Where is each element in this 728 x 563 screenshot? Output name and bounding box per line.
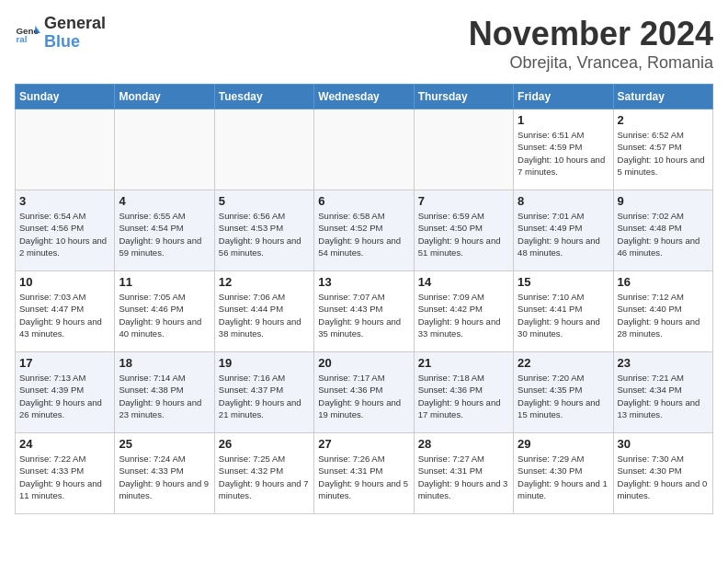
day-info: Sunrise: 7:05 AM Sunset: 4:46 PM Dayligh… [119,291,210,339]
calendar-table: Sunday Monday Tuesday Wednesday Thursday… [15,84,713,514]
day-info: Sunrise: 6:56 AM Sunset: 4:53 PM Dayligh… [219,210,310,259]
day-number: 7 [418,194,509,208]
day-number: 14 [418,275,509,289]
day-info: Sunrise: 7:03 AM Sunset: 4:47 PM Dayligh… [19,291,110,339]
day-number: 25 [119,437,210,451]
day-number: 17 [19,356,110,370]
day-number: 19 [219,356,310,370]
header-row: Sunday Monday Tuesday Wednesday Thursday… [16,85,713,109]
day-number: 28 [418,437,509,451]
calendar-week-row: 1Sunrise: 6:51 AM Sunset: 4:59 PM Daylig… [16,109,713,190]
day-number: 26 [219,437,310,451]
day-number: 10 [19,275,110,289]
calendar-week-row: 17Sunrise: 7:13 AM Sunset: 4:39 PM Dayli… [16,352,713,433]
header: Gene ral General Blue November 2024 Obre… [15,15,713,73]
logo-icon: Gene ral [15,20,40,46]
logo: Gene ral General Blue [15,15,106,52]
day-number: 15 [518,275,609,289]
day-number: 16 [618,275,709,289]
calendar-cell: 19Sunrise: 7:16 AM Sunset: 4:37 PM Dayli… [214,352,313,433]
calendar-cell: 18Sunrise: 7:14 AM Sunset: 4:38 PM Dayli… [115,352,214,433]
day-info: Sunrise: 7:24 AM Sunset: 4:33 PM Dayligh… [119,453,210,501]
calendar-cell: 25Sunrise: 7:24 AM Sunset: 4:33 PM Dayli… [115,433,214,514]
day-number: 6 [318,194,409,208]
calendar-cell: 16Sunrise: 7:12 AM Sunset: 4:40 PM Dayli… [613,271,712,352]
col-monday: Monday [115,85,214,109]
col-sunday: Sunday [16,85,115,109]
calendar-week-row: 24Sunrise: 7:22 AM Sunset: 4:33 PM Dayli… [16,433,713,514]
day-number: 29 [518,437,609,451]
calendar-cell: 24Sunrise: 7:22 AM Sunset: 4:33 PM Dayli… [16,433,115,514]
day-number: 4 [119,194,210,208]
day-number: 12 [219,275,310,289]
calendar-cell [414,109,513,190]
day-info: Sunrise: 7:07 AM Sunset: 4:43 PM Dayligh… [318,291,409,339]
calendar-cell: 23Sunrise: 7:21 AM Sunset: 4:34 PM Dayli… [613,352,712,433]
calendar-cell: 7Sunrise: 6:59 AM Sunset: 4:50 PM Daylig… [414,190,513,271]
day-info: Sunrise: 7:13 AM Sunset: 4:39 PM Dayligh… [19,372,110,420]
calendar-cell: 12Sunrise: 7:06 AM Sunset: 4:44 PM Dayli… [214,271,313,352]
day-number: 22 [518,356,609,370]
calendar-week-row: 10Sunrise: 7:03 AM Sunset: 4:47 PM Dayli… [16,271,713,352]
day-number: 13 [318,275,409,289]
col-thursday: Thursday [414,85,513,109]
day-info: Sunrise: 7:06 AM Sunset: 4:44 PM Dayligh… [219,291,310,339]
day-number: 1 [518,113,609,127]
day-number: 5 [219,194,310,208]
day-info: Sunrise: 6:58 AM Sunset: 4:52 PM Dayligh… [318,210,409,259]
day-info: Sunrise: 6:55 AM Sunset: 4:54 PM Dayligh… [119,210,210,259]
title-area: November 2024 Obrejita, Vrancea, Romania [469,15,713,73]
day-number: 27 [318,437,409,451]
day-info: Sunrise: 7:27 AM Sunset: 4:31 PM Dayligh… [418,453,509,501]
day-info: Sunrise: 7:21 AM Sunset: 4:34 PM Dayligh… [618,372,709,420]
calendar-cell: 21Sunrise: 7:18 AM Sunset: 4:36 PM Dayli… [414,352,513,433]
calendar-cell: 15Sunrise: 7:10 AM Sunset: 4:41 PM Dayli… [514,271,613,352]
day-number: 11 [119,275,210,289]
day-info: Sunrise: 6:52 AM Sunset: 4:57 PM Dayligh… [618,129,709,178]
day-info: Sunrise: 7:22 AM Sunset: 4:33 PM Dayligh… [19,453,110,501]
day-info: Sunrise: 7:01 AM Sunset: 4:49 PM Dayligh… [518,210,609,259]
day-info: Sunrise: 7:10 AM Sunset: 4:41 PM Dayligh… [518,291,609,339]
logo-blue: Blue [44,33,106,52]
calendar-cell: 5Sunrise: 6:56 AM Sunset: 4:53 PM Daylig… [214,190,313,271]
month-title: November 2024 [469,15,713,53]
calendar-cell: 26Sunrise: 7:25 AM Sunset: 4:32 PM Dayli… [214,433,313,514]
day-number: 21 [418,356,509,370]
day-info: Sunrise: 7:29 AM Sunset: 4:30 PM Dayligh… [518,453,609,501]
calendar-cell [16,109,115,190]
calendar-cell: 4Sunrise: 6:55 AM Sunset: 4:54 PM Daylig… [115,190,214,271]
calendar-cell: 1Sunrise: 6:51 AM Sunset: 4:59 PM Daylig… [514,109,613,190]
day-number: 9 [618,194,709,208]
col-friday: Friday [514,85,613,109]
logo-general: General [44,15,106,33]
calendar-cell: 3Sunrise: 6:54 AM Sunset: 4:56 PM Daylig… [16,190,115,271]
day-info: Sunrise: 7:30 AM Sunset: 4:30 PM Dayligh… [618,453,709,501]
calendar-cell [214,109,313,190]
calendar-cell: 27Sunrise: 7:26 AM Sunset: 4:31 PM Dayli… [314,433,414,514]
day-number: 30 [618,437,709,451]
location-title: Obrejita, Vrancea, Romania [469,53,713,73]
col-tuesday: Tuesday [214,85,313,109]
calendar-cell: 14Sunrise: 7:09 AM Sunset: 4:42 PM Dayli… [414,271,513,352]
day-info: Sunrise: 7:17 AM Sunset: 4:36 PM Dayligh… [318,372,409,420]
calendar-cell: 10Sunrise: 7:03 AM Sunset: 4:47 PM Dayli… [16,271,115,352]
day-number: 18 [119,356,210,370]
day-info: Sunrise: 6:59 AM Sunset: 4:50 PM Dayligh… [418,210,509,259]
day-info: Sunrise: 6:51 AM Sunset: 4:59 PM Dayligh… [518,129,609,178]
day-info: Sunrise: 7:25 AM Sunset: 4:32 PM Dayligh… [219,453,310,501]
calendar-cell: 30Sunrise: 7:30 AM Sunset: 4:30 PM Dayli… [613,433,712,514]
col-saturday: Saturday [613,85,712,109]
day-info: Sunrise: 6:54 AM Sunset: 4:56 PM Dayligh… [19,210,110,259]
calendar-cell: 22Sunrise: 7:20 AM Sunset: 4:35 PM Dayli… [514,352,613,433]
calendar-cell: 11Sunrise: 7:05 AM Sunset: 4:46 PM Dayli… [115,271,214,352]
calendar-cell: 20Sunrise: 7:17 AM Sunset: 4:36 PM Dayli… [314,352,414,433]
col-wednesday: Wednesday [314,85,414,109]
calendar-cell: 13Sunrise: 7:07 AM Sunset: 4:43 PM Dayli… [314,271,414,352]
day-info: Sunrise: 7:16 AM Sunset: 4:37 PM Dayligh… [219,372,310,420]
day-info: Sunrise: 7:18 AM Sunset: 4:36 PM Dayligh… [418,372,509,420]
day-info: Sunrise: 7:26 AM Sunset: 4:31 PM Dayligh… [318,453,409,501]
calendar-cell [115,109,214,190]
day-info: Sunrise: 7:20 AM Sunset: 4:35 PM Dayligh… [518,372,609,420]
day-number: 24 [19,437,110,451]
day-number: 8 [518,194,609,208]
